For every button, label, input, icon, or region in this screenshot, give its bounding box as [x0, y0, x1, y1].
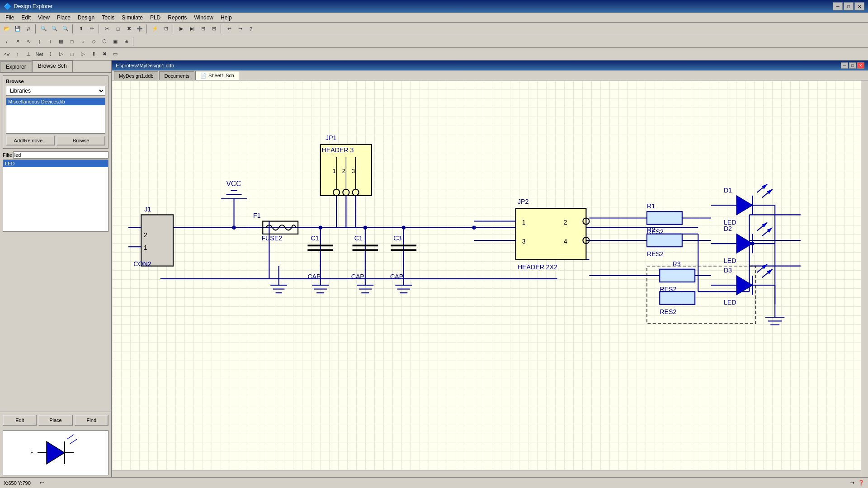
- tb2-table[interactable]: ▦: [56, 37, 66, 47]
- tb3-3[interactable]: ⊥: [24, 49, 33, 59]
- tb3-6[interactable]: □: [67, 49, 77, 59]
- menu-design[interactable]: Design: [74, 14, 98, 22]
- tb-undo[interactable]: ↩: [224, 24, 234, 34]
- tb-rect-sel[interactable]: □: [113, 24, 123, 34]
- svg-text:HEADER 3: HEADER 3: [322, 146, 354, 154]
- browse-group: Browse Libraries Components Parts Miscel…: [3, 75, 108, 149]
- libraries-dropdown[interactable]: Libraries Components Parts: [6, 86, 105, 96]
- doc-maximize[interactable]: □: [849, 62, 856, 69]
- svg-text:R1: R1: [647, 202, 655, 210]
- tb2-grid[interactable]: ⊞: [121, 37, 131, 47]
- tb-net[interactable]: ⊡: [161, 24, 171, 34]
- tb-run[interactable]: ▶: [176, 24, 186, 34]
- doc-win-buttons: ─ □ ✕: [841, 62, 864, 69]
- schematic-svg: J1 2 1 CON2 VCC F1: [112, 80, 868, 477]
- tb-open[interactable]: 📂: [2, 24, 12, 34]
- tb3-5[interactable]: ▷: [56, 49, 66, 59]
- menu-pld[interactable]: PLD: [146, 14, 164, 22]
- scroll-horizontal[interactable]: [112, 470, 861, 477]
- find-button[interactable]: Find: [75, 415, 108, 426]
- tb3-7[interactable]: ▷: [78, 49, 88, 59]
- menu-file[interactable]: File: [2, 14, 18, 22]
- menu-reports[interactable]: Reports: [164, 14, 190, 22]
- menu-simulate[interactable]: Simulate: [118, 14, 146, 22]
- svg-text:LED: LED: [724, 257, 736, 264]
- schematic-area[interactable]: J1 2 1 CON2 VCC F1: [112, 80, 868, 477]
- tb-help[interactable]: ?: [246, 24, 256, 34]
- tb-save[interactable]: 💾: [13, 24, 23, 34]
- tb2-circle[interactable]: ○: [78, 37, 88, 47]
- tb2-rect[interactable]: □: [67, 37, 77, 47]
- svg-point-62: [363, 225, 367, 229]
- tab-sheet1[interactable]: 📄Sheet1.Sch: [195, 71, 239, 80]
- menu-edit[interactable]: Edit: [18, 14, 34, 22]
- tb3-10[interactable]: ▭: [110, 49, 120, 59]
- svg-rect-100: [647, 211, 682, 224]
- filter-row: Filte: [3, 151, 108, 159]
- tb2-line[interactable]: /: [2, 37, 12, 47]
- svg-text:CON2: CON2: [133, 260, 151, 267]
- tb3-1[interactable]: ↗↙: [2, 49, 12, 59]
- tb2-arc[interactable]: ∫: [34, 37, 44, 47]
- tb-align2[interactable]: ⊟: [209, 24, 219, 34]
- tb-draw[interactable]: ✏: [87, 24, 97, 34]
- tb-align[interactable]: ⊟: [198, 24, 208, 34]
- tb2-dotgrid[interactable]: ▣: [110, 37, 120, 47]
- doc-minimize[interactable]: ─: [841, 62, 848, 69]
- menu-view[interactable]: View: [34, 14, 53, 22]
- tb3-9[interactable]: ✖: [99, 49, 109, 59]
- tb3-8[interactable]: ⬆: [89, 49, 99, 59]
- tab-documents[interactable]: Documents: [159, 71, 194, 80]
- component-led[interactable]: LED: [3, 160, 108, 167]
- tb3-4[interactable]: ⊹: [45, 49, 55, 59]
- filter-input[interactable]: [13, 151, 108, 159]
- edit-button[interactable]: Edit: [3, 415, 37, 426]
- scroll-vertical[interactable]: [861, 80, 868, 477]
- tb-up[interactable]: ⬆: [76, 24, 86, 34]
- tb2-cross[interactable]: ✕: [13, 37, 23, 47]
- svg-text:4: 4: [564, 238, 567, 245]
- menu-window[interactable]: Window: [190, 14, 217, 22]
- svg-marker-127: [736, 234, 752, 253]
- browse-buttons: Add/Remove... Browse: [6, 136, 105, 145]
- library-item[interactable]: Miscellaneous Devices.lib: [6, 98, 105, 105]
- svg-text:VCC: VCC: [226, 180, 241, 188]
- tb-power[interactable]: ⚡: [150, 24, 160, 34]
- place-button[interactable]: Place: [38, 415, 72, 426]
- tb-zoom-in[interactable]: 🔍: [39, 24, 49, 34]
- tb2-wave[interactable]: ∿: [24, 37, 33, 47]
- svg-text:J1: J1: [144, 206, 151, 213]
- doc-close[interactable]: ✕: [857, 62, 864, 69]
- svg-line-132: [762, 228, 773, 236]
- menu-help[interactable]: Help: [217, 14, 236, 22]
- schematic-container: E:\protess\MyDesign1.ddb ─ □ ✕ MyDesign1…: [112, 61, 868, 477]
- tb2-diamond[interactable]: ◇: [89, 37, 99, 47]
- tb-step[interactable]: ▶|: [187, 24, 197, 34]
- tb3-net[interactable]: Net: [34, 49, 44, 59]
- minimize-button[interactable]: ─: [833, 2, 843, 10]
- tb-zoom-fit[interactable]: 🔍: [61, 24, 71, 34]
- tb-redo[interactable]: ↪: [235, 24, 245, 34]
- tb-print[interactable]: 🖨: [24, 24, 33, 34]
- svg-text:1: 1: [522, 219, 526, 226]
- tab-browse-sch[interactable]: Browse Sch: [32, 61, 73, 72]
- close-button[interactable]: ✕: [854, 2, 864, 10]
- tb-zoom-out[interactable]: 🔍: [50, 24, 60, 34]
- menu-tools[interactable]: Tools: [98, 14, 118, 22]
- tb3-2[interactable]: ↑: [13, 49, 23, 59]
- tb-add[interactable]: ➕: [135, 24, 145, 34]
- tab-mydesign[interactable]: MyDesign1.ddb: [114, 71, 158, 80]
- toolbar-2: / ✕ ∿ ∫ T ▦ □ ○ ◇ ⬡ ▣ ⊞: [0, 35, 868, 48]
- sep3: [99, 24, 100, 33]
- tb-cut[interactable]: ✂: [102, 24, 112, 34]
- maximize-button[interactable]: □: [844, 2, 854, 10]
- menu-place[interactable]: Place: [53, 14, 74, 22]
- browse-button[interactable]: Browse: [57, 136, 105, 145]
- sep5: [173, 24, 175, 33]
- add-remove-button[interactable]: Add/Remove...: [6, 136, 55, 145]
- tb2-text[interactable]: T: [45, 37, 55, 47]
- tb-move[interactable]: ✖: [124, 24, 134, 34]
- tab-explorer[interactable]: Explorer: [0, 61, 32, 72]
- doc-tabs: MyDesign1.ddb Documents 📄Sheet1.Sch: [112, 70, 868, 80]
- tb2-hex[interactable]: ⬡: [99, 37, 109, 47]
